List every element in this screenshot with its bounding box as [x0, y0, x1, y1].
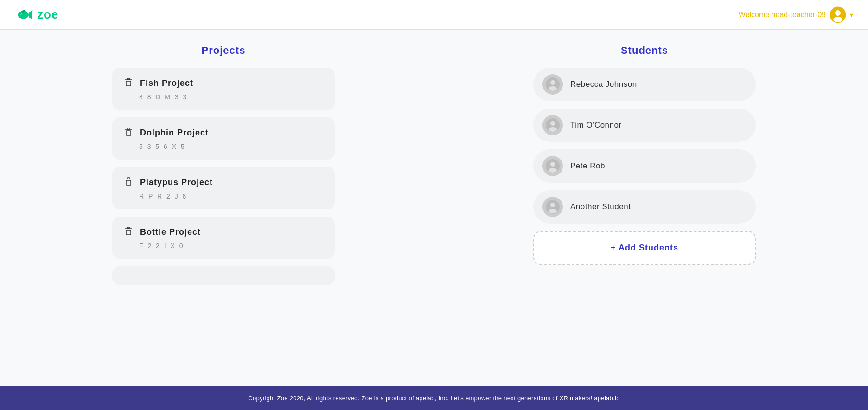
students-column: Students Rebecca Johnson Tim O'Connor: [443, 45, 846, 372]
header: zoe Welcome head-teacher-09 ▾: [0, 0, 868, 30]
svg-rect-13: [127, 128, 130, 129]
project-card[interactable]: Bottle Project F 2 2 I X 0: [112, 217, 335, 259]
student-card[interactable]: Another Student: [533, 190, 756, 224]
project-name: Platypus Project: [140, 178, 213, 187]
logo-area[interactable]: zoe: [15, 6, 58, 24]
svg-marker-1: [29, 10, 32, 19]
chevron-down-icon: ▾: [850, 11, 853, 19]
projects-title: Projects: [202, 45, 246, 57]
svg-rect-10: [127, 78, 130, 80]
svg-point-27: [550, 162, 555, 167]
students-title: Students: [621, 45, 668, 57]
student-avatar: [542, 74, 563, 95]
delete-icon[interactable]: [123, 176, 134, 189]
svg-point-21: [550, 80, 555, 85]
student-card[interactable]: Pete Rob: [533, 149, 756, 183]
svg-point-25: [549, 127, 557, 132]
student-avatar: [542, 197, 563, 217]
project-card-partial[interactable]: [112, 266, 335, 285]
student-name: Tim O'Connor: [570, 121, 622, 130]
add-students-label: + Add Students: [611, 243, 678, 253]
svg-point-3: [20, 13, 21, 14]
projects-column: Projects Fish Project 8 8 D M 3 3: [22, 45, 425, 372]
add-students-button[interactable]: + Add Students: [533, 231, 756, 265]
project-list: Fish Project 8 8 D M 3 3 Dolphin Project…: [112, 68, 335, 259]
delete-icon[interactable]: [123, 226, 134, 238]
student-card[interactable]: Rebecca Johnson: [533, 68, 756, 101]
project-card[interactable]: Dolphin Project 5 3 5 6 X 5: [112, 117, 335, 160]
footer-text: Copyright Zoe 2020, All rights reserved.…: [248, 395, 620, 402]
delete-icon[interactable]: [123, 127, 134, 139]
svg-point-28: [549, 168, 557, 173]
project-code: 5 3 5 6 X 5: [139, 143, 324, 150]
project-name: Bottle Project: [140, 227, 201, 237]
student-avatar: [542, 156, 563, 176]
svg-rect-17: [126, 230, 131, 235]
student-name: Rebecca Johnson: [570, 80, 637, 89]
main-content: Projects Fish Project 8 8 D M 3 3: [0, 30, 868, 386]
student-list: Rebecca Johnson Tim O'Connor Pete Rob: [533, 68, 756, 224]
delete-icon[interactable]: [123, 77, 134, 90]
project-card[interactable]: Fish Project 8 8 D M 3 3: [112, 68, 335, 110]
svg-point-7: [833, 17, 842, 22]
user-area[interactable]: Welcome head-teacher-09 ▾: [739, 6, 853, 23]
student-name: Another Student: [570, 202, 631, 211]
svg-rect-11: [126, 131, 131, 135]
student-avatar: [542, 115, 563, 135]
project-code: 8 8 D M 3 3: [139, 93, 324, 101]
footer: Copyright Zoe 2020, All rights reserved.…: [0, 386, 868, 410]
welcome-text: Welcome head-teacher-09: [739, 11, 826, 19]
svg-point-30: [550, 203, 555, 207]
logo-icon: [15, 6, 33, 24]
project-name: Fish Project: [140, 78, 193, 88]
project-card[interactable]: Platypus Project R P R 2 J 6: [112, 167, 335, 209]
svg-rect-8: [126, 81, 131, 86]
svg-rect-16: [127, 178, 130, 179]
svg-point-24: [550, 121, 555, 126]
project-code: F 2 2 I X 0: [139, 242, 324, 250]
svg-rect-19: [127, 227, 130, 229]
svg-rect-14: [126, 180, 131, 185]
svg-point-22: [549, 86, 557, 91]
svg-point-6: [835, 10, 841, 16]
student-card[interactable]: Tim O'Connor: [533, 109, 756, 142]
project-code: R P R 2 J 6: [139, 192, 324, 200]
user-avatar-icon: [830, 6, 846, 23]
logo-text: zoe: [37, 7, 58, 22]
svg-point-31: [549, 209, 557, 213]
student-name: Pete Rob: [570, 161, 605, 171]
project-name: Dolphin Project: [140, 128, 209, 138]
